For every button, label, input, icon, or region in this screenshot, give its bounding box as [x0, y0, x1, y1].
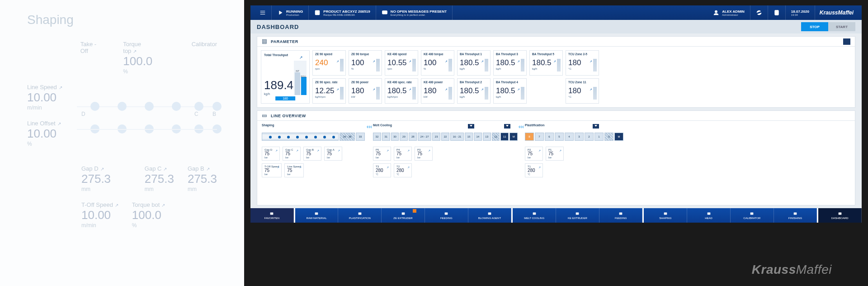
param-tile[interactable]: TCU Zone 2-5 180 °C ↗: [566, 50, 599, 76]
measurement-tile[interactable]: T2 ↗ 280 °C: [394, 163, 412, 177]
nav-item-blowing-agent[interactable]: BLOWING AGENT: [468, 208, 512, 223]
parameter-title: PARAMETER: [271, 39, 298, 44]
param-tile[interactable]: KE 400 spec. rate 180.5 kg/h/rpm ↗: [385, 78, 418, 104]
measurement-tile[interactable]: Line Speed ↗ 75 bar: [284, 163, 303, 177]
measurement-tile[interactable]: Gap C ↗ 75 bar: [283, 147, 301, 161]
measurement-tile[interactable]: T1 ↗ 280 °C: [525, 163, 543, 177]
stop-button[interactable]: STOP: [801, 22, 828, 31]
start-button[interactable]: START: [828, 22, 855, 31]
svg-point-6: [263, 115, 264, 116]
expand-icon: ↗: [336, 60, 339, 63]
svg-point-8: [265, 115, 266, 116]
nav-icon: [443, 211, 449, 216]
param-tile[interactable]: BA Throuhput 4 180.5 kg/h ↗: [493, 78, 527, 104]
zone-segment[interactable]: 31: [382, 133, 390, 141]
notes-button[interactable]: [768, 5, 786, 20]
message-icon: [382, 10, 388, 16]
zone-segment[interactable]: 24 - 27: [418, 133, 431, 141]
zone-segment[interactable]: M: [614, 133, 623, 141]
zone-segment[interactable]: 13: [483, 133, 491, 141]
param-tile[interactable]: KE 400 torque 100 % ↗: [421, 50, 454, 76]
product-info[interactable]: PRODUCT ABCXYZ 200519Recipe RE-KME-19081…: [309, 5, 376, 20]
nav-item-dashboard[interactable]: DASHBOARD: [818, 208, 862, 223]
zone-segment[interactable]: 23: [432, 133, 440, 141]
param-tile[interactable]: KE 400 power 180 kW ↗: [421, 78, 454, 104]
measurement-tile[interactable]: Gap A ↗ 75 bar: [324, 147, 342, 161]
messages-info[interactable]: NO OPEN MESSAGES PRESENTEverything is in…: [376, 5, 453, 20]
nav-item-favoriten[interactable]: FAVORITEN: [250, 208, 294, 223]
svg-rect-19: [707, 213, 710, 215]
marker-icon: [593, 124, 599, 129]
zone-segment[interactable]: 14: [474, 133, 482, 141]
nav-item-plastification[interactable]: PLASTIFICATION: [338, 208, 382, 223]
nav-item-raw-material[interactable]: RAW MATERIAL: [295, 208, 339, 223]
measurement-tile[interactable]: P1 ↗ 75 bar: [546, 147, 564, 161]
param-tile[interactable]: KE 400 speed 10.55 rpm ↗: [385, 50, 418, 76]
measurement-tile[interactable]: T-Off Speed ↗ 75 bar: [262, 163, 282, 177]
zone-segment[interactable]: 32: [373, 133, 381, 141]
measurement-tile[interactable]: P3 ↗ 75 bar: [415, 147, 433, 161]
zone-segment[interactable]: 3: [575, 133, 584, 141]
zone-segment[interactable]: 1: [594, 133, 604, 141]
subheader: DASHBOARD STOP START: [250, 20, 862, 33]
zone-segment[interactable]: 28: [409, 133, 417, 141]
nav-item-finishing[interactable]: FINISHING: [774, 208, 817, 223]
measurement-tile[interactable]: P2 ↗ 75 bar: [525, 147, 543, 161]
zone-segment[interactable]: 11: [500, 133, 509, 141]
nav-item-head[interactable]: HEAD: [687, 208, 731, 223]
nav-item-feeding[interactable]: FEEDING: [599, 208, 643, 223]
param-tile[interactable]: BA Throuhput 5 180.5 kg/h ↗: [529, 50, 563, 76]
expand-icon: ↗: [296, 149, 298, 152]
measurement-tile[interactable]: P4 ↗ 75 bar: [394, 147, 412, 161]
nav-item-ze-extruder[interactable]: ZE EXTRUDER: [382, 208, 425, 223]
measurement-tile[interactable]: Gap D ↗ 75 bar: [262, 147, 280, 161]
measurement-tile[interactable]: P5 ↗ 75 bar: [373, 147, 391, 161]
zone-segment[interactable]: 8: [525, 133, 534, 141]
nav-item-calibrator[interactable]: CALIBRATOR: [731, 208, 774, 223]
param-tile[interactable]: ZE 90 spec. rate 12.25 kg/h/rpm ↗: [312, 78, 346, 104]
measurement-tile[interactable]: T3 ↗ 280 °C: [373, 163, 391, 177]
overview-icon: [262, 113, 267, 119]
bg-calibrator-label: Calibrator: [192, 41, 217, 84]
param-tile[interactable]: ZE 90 speed 240 rpm ↗: [312, 50, 346, 76]
expand-icon: ↗: [407, 149, 410, 152]
zone-segment[interactable]: 12: [492, 133, 500, 141]
nav-item-ke-extruder[interactable]: KE EXTRUDER: [556, 208, 599, 223]
zone-segment[interactable]: M: [509, 133, 518, 141]
zone-segment[interactable]: 34 - 38: [340, 133, 355, 141]
zone-segment[interactable]: 7: [535, 133, 544, 141]
param-tile[interactable]: BA Throuhput 3 180.5 kg/h ↗: [493, 50, 527, 76]
param-tile[interactable]: TCU Zone 11 180 °C ↗: [566, 78, 599, 104]
sync-button[interactable]: [750, 5, 768, 20]
zone-segment[interactable]: 5: [555, 133, 564, 141]
menu-button[interactable]: [254, 5, 272, 20]
nav-item-melt-cooling[interactable]: MELT COOLING: [513, 208, 556, 223]
zone-segment[interactable]: 16 - 21: [450, 133, 464, 141]
zone-segment[interactable]: 6: [545, 133, 554, 141]
bg-toff-speed: T-Off Speed↗ 10.00 m/min: [81, 201, 118, 229]
user-info[interactable]: ALEX ADMINAdministrator: [708, 5, 750, 20]
svg-rect-14: [488, 213, 491, 215]
svg-rect-11: [358, 213, 361, 215]
total-throughput-tile[interactable]: Total Throuhput IST SOLL ↗ 189.4 kg/h 18…: [261, 50, 310, 104]
zone-segment[interactable]: 22: [441, 133, 449, 141]
param-tile[interactable]: BA Throuhput 1 180.5 kg/h ↗: [457, 50, 491, 76]
param-tile[interactable]: BA Throuhput 2 180.5 kg/h ↗: [457, 78, 491, 104]
zone-segment[interactable]: G: [604, 133, 613, 141]
expand-icon: ↗: [317, 149, 319, 152]
zone-segment[interactable]: 29: [400, 133, 408, 141]
svg-rect-16: [576, 213, 579, 215]
zone-segment[interactable]: 30: [391, 133, 399, 141]
zone-segment[interactable]: 4: [565, 133, 574, 141]
param-tile[interactable]: ZE 90 torque 100 % ↗: [349, 50, 382, 76]
zone-segment[interactable]: 33: [356, 133, 365, 141]
status-running[interactable]: RUNNINGProduction: [272, 5, 309, 20]
nav-item-feeding[interactable]: FEEDING: [425, 208, 468, 223]
measurement-tile[interactable]: Gap B ↗ 75 bar: [303, 147, 321, 161]
expand-icon: ↗: [445, 60, 448, 63]
nav-item-shaping[interactable]: SHAPING: [644, 208, 687, 223]
param-tile[interactable]: ZE 90 power 180 kW ↗: [349, 78, 382, 104]
zone-segment[interactable]: 2: [585, 133, 594, 141]
zone-segment[interactable]: 15: [465, 133, 473, 141]
collapse-button[interactable]: [843, 38, 850, 45]
